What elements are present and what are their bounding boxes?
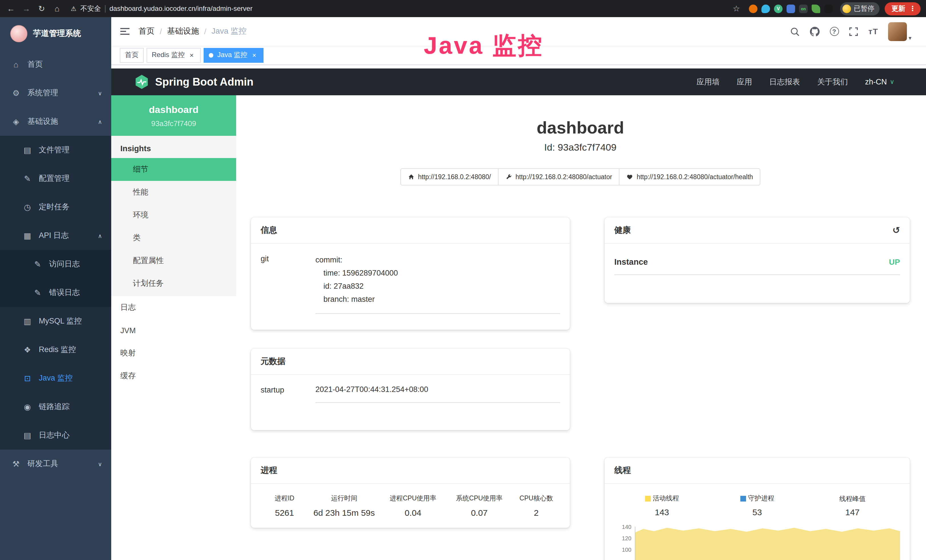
sba-nav-about[interactable]: 关于我们 [817,77,848,87]
profile-chip-label: 已暂停 [854,4,875,14]
sidebar-item-infrastructure[interactable]: ◈ 基础设施 ∧ [0,107,111,136]
help-icon[interactable]: ? [830,27,839,36]
url-text[interactable]: dashboard.yudao.iocoder.cn/infra/admin-s… [109,5,253,12]
service-url-button[interactable]: http://192.168.0.2:48080/ [400,168,498,185]
tag-java-monitor[interactable]: Java 监控 × [204,48,263,62]
git-branch-line: branch: master [315,293,560,306]
sidebar-item-java-monitor[interactable]: ⊡ Java 监控 [0,364,111,392]
sba-nav-journal[interactable]: 日志报表 [769,77,800,87]
sidebar-item-tracing[interactable]: ◉ 链路追踪 [0,392,111,421]
threads-legend: 活动线程 143 守护进程 [614,494,900,517]
sidebar-item-label: 定时任务 [39,202,70,212]
sba-item-environment[interactable]: 环境 [111,204,236,227]
health-card-body: Instance UP [605,244,910,285]
sba-brand[interactable]: Spring Boot Admin [134,74,254,89]
sba-nav-wallboard[interactable]: 应用墙 [696,77,720,87]
process-card-title: 进程 [251,458,570,484]
extension-leaf-icon[interactable] [812,4,820,13]
sidebar-item-label: API 日志 [39,230,69,241]
breadcrumb-infrastructure[interactable]: 基础设施 [167,26,199,36]
tag-home[interactable]: 首页 [120,48,144,62]
search-icon[interactable] [790,26,800,36]
health-url-button[interactable]: http://192.168.0.2:48080/actuator/health [619,168,760,185]
legend-label-text: 守护进程 [748,494,774,502]
security-label[interactable]: 不安全 [80,4,101,14]
browser-profile-chip[interactable]: 已暂停 [840,2,879,15]
sidebar-item-home[interactable]: ⌂ 首页 [0,50,111,79]
kebab-menu-icon[interactable]: ⋮ [909,5,916,12]
process-col-header: 运行时间 [308,494,380,502]
access-log-icon: ✎ [33,260,42,269]
bookmark-star-icon[interactable]: ☆ [731,4,741,13]
sba-item-performance[interactable]: 性能 [111,181,236,204]
extension-grid-icon[interactable] [787,4,795,13]
reload-icon[interactable]: ↻ [36,4,47,13]
sba-item-classes[interactable]: 类 [111,227,236,249]
app-logo[interactable]: 芋道管理系统 [0,17,111,50]
extension-drop-icon[interactable] [761,4,770,13]
address-bar[interactable]: ⚠ 不安全 dashboard.yudao.iocoder.cn/infra/a… [67,4,726,14]
breadcrumb-home[interactable]: 首页 [139,26,154,36]
sba-item-logs[interactable]: 日志 [111,296,236,319]
close-icon[interactable]: × [188,51,196,59]
sidebar-item-dev-tools[interactable]: ⚒ 研发工具 ∨ [0,450,111,478]
extension-orange-icon[interactable] [749,4,758,13]
extension-puzzle-icon[interactable] [824,4,833,13]
sidebar-item-config-management[interactable]: ✎ 配置管理 [0,164,111,193]
hamburger-icon[interactable] [119,26,131,37]
process-card: 进程 进程ID 5261 [251,458,570,528]
git-id-line: id: 27aa832 [315,280,560,293]
sba-item-caches[interactable]: 缓存 [111,365,236,387]
sba-instance-header[interactable]: dashboard 93a3fc7f7409 [111,95,236,136]
active-threads-value: 143 [614,507,710,517]
legend-peak-threads: 线程峰值 147 [805,494,900,517]
sidebar-item-redis-monitor[interactable]: ❖ Redis 监控 [0,336,111,364]
sba-item-details[interactable]: 细节 [111,158,236,181]
sidebar-item-file-management[interactable]: ▤ 文件管理 [0,136,111,164]
locale-label: zh-CN [865,77,887,86]
sidebar-item-label: 访问日志 [49,259,80,269]
threads-card: 线程 活动线程 [605,458,910,560]
sidebar-item-access-logs[interactable]: ✎ 访问日志 [0,250,111,278]
github-icon[interactable] [809,26,820,36]
sba-nav-applications[interactable]: 应用 [737,77,752,87]
sba-item-config-props[interactable]: 配置属性 [111,249,236,272]
user-menu[interactable]: ▾ [888,22,911,41]
forward-icon[interactable]: → [21,4,31,13]
health-instance-row[interactable]: Instance UP [614,257,900,275]
sba-item-mappings[interactable]: 映射 [111,342,236,365]
health-card-title: 健康 ↺ [605,217,910,244]
close-icon[interactable]: × [250,51,258,59]
tag-redis-monitor[interactable]: Redis 监控 × [147,48,201,62]
sidebar-item-log-center[interactable]: ▤ 日志中心 [0,421,111,450]
api-log-icon: ▦ [23,231,32,240]
sba-item-scheduled-tasks[interactable]: 计划任务 [111,272,236,295]
mysql-icon: ▥ [23,317,32,326]
vue-devtools-icon[interactable]: V [774,4,782,13]
history-icon[interactable]: ↺ [892,226,900,235]
sidebar-item-system-management[interactable]: ⚙ 系统管理 ∨ [0,79,111,107]
sba-item-jvm[interactable]: JVM [111,319,236,342]
instance-id: 93a3fc7f7409 [117,119,230,128]
daemon-threads-swatch-icon [740,495,746,501]
top-navbar: 首页 / 基础设施 / Java 监控 ? [111,17,926,45]
card-title: 元数据 [261,356,286,367]
sidebar-item-error-logs[interactable]: ✎ 错误日志 [0,278,111,307]
sidebar-item-label: 文件管理 [39,145,70,155]
sba-locale-select[interactable]: zh-CN ∨ [865,77,894,86]
process-col-header: 进程ID [261,494,308,502]
back-icon[interactable]: ← [6,4,16,13]
font-size-icon[interactable]: тT [869,27,878,36]
tag-label: Redis 监控 [152,50,185,60]
sba-group-insights[interactable]: Insights [111,136,236,158]
extension-switch-icon[interactable]: on [799,4,808,13]
sidebar-item-mysql-monitor[interactable]: ▥ MySQL 监控 [0,307,111,336]
sidebar-item-api-logs[interactable]: ▦ API 日志 ∧ [0,221,111,250]
gear-icon: ⚙ [11,88,21,98]
actuator-url-button[interactable]: http://192.168.0.2:48080/actuator [498,168,619,185]
fullscreen-icon[interactable] [849,26,859,36]
browser-home-icon[interactable]: ⌂ [52,4,62,13]
sidebar-item-scheduled-jobs[interactable]: ◷ 定时任务 [0,193,111,221]
browser-update-button[interactable]: 更新 ⋮ [885,2,921,15]
file-icon: ▤ [23,145,32,154]
